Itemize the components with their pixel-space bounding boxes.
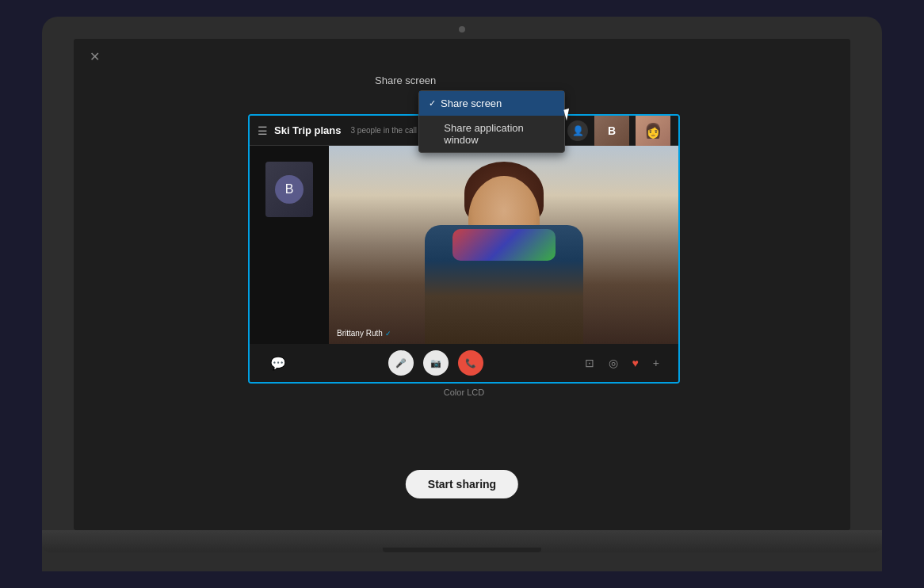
video-button[interactable]: 📷 (423, 350, 449, 376)
hamburger-icon: ☰ (258, 124, 268, 137)
mouse-cursor (565, 109, 578, 126)
chat-button[interactable]: 💬 (265, 350, 291, 376)
effects-icon[interactable]: ◎ (605, 353, 621, 372)
video-area: B (250, 146, 678, 344)
controls-right: ⊡ ◎ ♥ + (582, 353, 663, 372)
controls-left: 💬 (265, 350, 291, 376)
laptop-base (42, 530, 882, 552)
call-window: ☰ Ski Trip plans 3 people in the call | … (248, 114, 680, 384)
check-icon: ✓ (429, 98, 436, 109)
add-button[interactable]: + (650, 353, 662, 372)
verified-icon: ✓ (385, 330, 391, 338)
scarf (452, 229, 556, 261)
name-tag: Brittany Ruth ✓ (337, 329, 391, 338)
dropdown-item-share-screen[interactable]: ✓ Share screen (419, 91, 564, 116)
avatar-circle: B (275, 175, 304, 204)
laptop-camera (459, 26, 465, 32)
hangup-button[interactable]: 📞 (458, 350, 483, 376)
share-dropdown[interactable]: ✓ Share screen Share application window (418, 90, 565, 153)
call-controls: 💬 🎤 📷 📞 ⊡ ◎ ♥ + (250, 344, 678, 382)
avatar-initial: B (285, 182, 294, 197)
close-button[interactable]: ✕ (86, 48, 102, 64)
side-avatar: B (265, 162, 313, 217)
call-title: Ski Trip plans (274, 124, 342, 136)
participant-thumb-1: B (594, 114, 629, 148)
laptop-body: ✕ Share screen ✓ Share screen Share appl… (42, 17, 882, 571)
main-video: Brittany Ruth ✓ (329, 146, 678, 344)
screen-content: ✕ Share screen ✓ Share screen Share appl… (74, 39, 850, 530)
screen-share-icon[interactable]: ⊡ (582, 353, 598, 372)
screen-label: Color LCD (248, 388, 680, 397)
heart-button[interactable]: ♥ (629, 353, 642, 372)
start-sharing-button[interactable]: Start sharing (406, 470, 518, 498)
laptop-screen: ✕ Share screen ✓ Share screen Share appl… (74, 39, 850, 530)
participant-thumb-2: 👩 (636, 114, 670, 148)
share-screen-label: Share screen (375, 74, 436, 86)
left-panel: B (250, 146, 329, 344)
dropdown-item-share-window[interactable]: Share application window (419, 116, 564, 152)
mic-button[interactable]: 🎤 (388, 350, 414, 376)
